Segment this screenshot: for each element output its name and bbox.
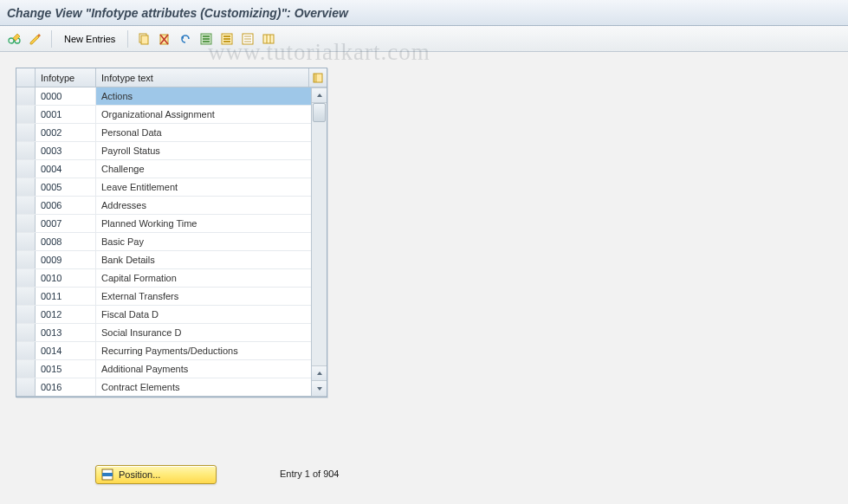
- cell-infotype-code[interactable]: 0001: [36, 106, 96, 123]
- table-row[interactable]: 0016Contract Elements: [16, 378, 311, 397]
- undo-change-button[interactable]: [176, 29, 195, 48]
- copy-as-button[interactable]: [134, 29, 153, 48]
- cell-infotype-code[interactable]: 0010: [36, 269, 96, 287]
- cell-infotype-text[interactable]: Social Insurance D: [96, 324, 311, 341]
- cell-infotype-text[interactable]: Leave Entitlement: [96, 178, 311, 196]
- table-row[interactable]: 0014Recurring Payments/Deductions: [16, 342, 311, 360]
- table-row[interactable]: 0004Challenge: [16, 160, 311, 178]
- cell-infotype-text[interactable]: External Transfers: [96, 288, 311, 305]
- other-view-button[interactable]: [26, 29, 45, 48]
- scroll-up-button[interactable]: [312, 87, 327, 103]
- position-icon: [101, 468, 113, 481]
- table-row[interactable]: 0013Social Insurance D: [16, 324, 311, 342]
- scroll-thumb[interactable]: [313, 103, 326, 122]
- row-selector[interactable]: [16, 160, 36, 178]
- position-button[interactable]: Position...: [95, 465, 217, 484]
- entry-count-text: Entry 1 of 904: [280, 468, 340, 479]
- cell-infotype-text[interactable]: Contract Elements: [96, 378, 311, 396]
- table-row[interactable]: 0007Planned Working Time: [16, 215, 311, 233]
- cell-infotype-text[interactable]: Planned Working Time: [96, 215, 311, 232]
- row-selector[interactable]: [16, 178, 36, 196]
- table-row[interactable]: 0010Capital Formation: [16, 269, 311, 288]
- cell-infotype-text[interactable]: Bank Details: [96, 251, 311, 268]
- table-row[interactable]: 0008Basic Pay: [16, 233, 311, 251]
- cell-infotype-code[interactable]: 0015: [36, 360, 96, 378]
- cell-infotype-code[interactable]: 0012: [36, 306, 96, 323]
- cell-infotype-code[interactable]: 0000: [36, 87, 96, 105]
- cell-infotype-code[interactable]: 0011: [36, 288, 96, 305]
- row-selector[interactable]: [16, 124, 36, 141]
- cell-infotype-code[interactable]: 0006: [36, 197, 96, 214]
- cell-infotype-text[interactable]: Payroll Status: [96, 142, 311, 159]
- cell-infotype-text[interactable]: Actions: [96, 87, 311, 105]
- cell-infotype-text[interactable]: Personal Data: [96, 124, 311, 141]
- toggle-display-change-button[interactable]: [5, 29, 24, 48]
- cell-infotype-text[interactable]: Organizational Assignment: [96, 106, 311, 123]
- row-selector[interactable]: [16, 288, 36, 305]
- chevron-up-icon: [316, 92, 323, 99]
- row-selector[interactable]: [16, 142, 36, 159]
- svg-rect-14: [223, 41, 230, 42]
- cell-infotype-code[interactable]: 0007: [36, 215, 96, 232]
- delete-button[interactable]: [155, 29, 174, 48]
- row-selector[interactable]: [16, 87, 36, 105]
- cell-infotype-code[interactable]: 0014: [36, 342, 96, 359]
- cell-infotype-code[interactable]: 0005: [36, 178, 96, 196]
- deselect-all-button[interactable]: [238, 29, 257, 48]
- row-selector[interactable]: [16, 251, 36, 268]
- table-row[interactable]: 0012Fiscal Data D: [16, 306, 311, 324]
- select-all-button[interactable]: [197, 29, 216, 48]
- scroll-down-button[interactable]: [312, 381, 327, 397]
- select-block-button[interactable]: [217, 29, 236, 48]
- cell-infotype-text[interactable]: Additional Payments: [96, 360, 311, 378]
- table-header-text[interactable]: Infotype text: [96, 68, 309, 87]
- table-row[interactable]: 0009Bank Details: [16, 251, 311, 269]
- cell-infotype-code[interactable]: 0008: [36, 233, 96, 250]
- chevron-down-icon: [316, 385, 323, 392]
- svg-rect-10: [203, 41, 210, 42]
- print-button[interactable]: [259, 29, 278, 48]
- row-selector[interactable]: [16, 197, 36, 214]
- cell-infotype-code[interactable]: 0016: [36, 378, 96, 396]
- row-selector[interactable]: [16, 306, 36, 323]
- table-row[interactable]: 0001Organizational Assignment: [16, 106, 311, 124]
- row-selector[interactable]: [16, 106, 36, 123]
- row-selector[interactable]: [16, 215, 36, 232]
- table-row[interactable]: 0003Payroll Status: [16, 142, 311, 160]
- cell-infotype-text[interactable]: Challenge: [96, 160, 311, 178]
- cell-infotype-text[interactable]: Basic Pay: [96, 233, 311, 250]
- cell-infotype-code[interactable]: 0004: [36, 160, 96, 178]
- cell-infotype-text[interactable]: Fiscal Data D: [96, 306, 311, 323]
- row-selector[interactable]: [16, 342, 36, 359]
- position-button-label: Position...: [119, 469, 160, 480]
- cell-infotype-text[interactable]: Addresses: [96, 197, 311, 214]
- table-header-select-all[interactable]: [16, 68, 36, 87]
- row-selector[interactable]: [16, 233, 36, 250]
- table-row[interactable]: 0002Personal Data: [16, 124, 311, 142]
- infotype-table: Infotype Infotype text 0000Actions0001Or…: [16, 68, 327, 397]
- row-selector[interactable]: [16, 360, 36, 378]
- cell-infotype-code[interactable]: 0013: [36, 324, 96, 341]
- content-area: Infotype Infotype text 0000Actions0001Or…: [0, 52, 848, 397]
- row-selector[interactable]: [16, 269, 36, 287]
- table-row[interactable]: 0000Actions: [16, 87, 311, 106]
- cell-infotype-text[interactable]: Capital Formation: [96, 269, 311, 287]
- table-row[interactable]: 0006Addresses: [16, 197, 311, 215]
- row-selector[interactable]: [16, 324, 36, 341]
- table-config-button[interactable]: [309, 68, 327, 87]
- table-row[interactable]: 0011External Transfers: [16, 288, 311, 306]
- copy-icon: [137, 32, 151, 46]
- cell-infotype-code[interactable]: 0009: [36, 251, 96, 268]
- scroll-track[interactable]: [312, 103, 327, 365]
- table-row[interactable]: 0015Additional Payments: [16, 360, 311, 378]
- cell-infotype-code[interactable]: 0003: [36, 142, 96, 159]
- new-entries-button[interactable]: New Entries: [58, 29, 121, 48]
- scroll-down-small-button[interactable]: [312, 365, 327, 381]
- cell-infotype-code[interactable]: 0002: [36, 124, 96, 141]
- row-selector[interactable]: [16, 378, 36, 396]
- table-row[interactable]: 0005Leave Entitlement: [16, 178, 311, 197]
- table-header-code[interactable]: Infotype: [36, 68, 96, 87]
- vertical-scrollbar[interactable]: [311, 87, 327, 397]
- svg-rect-3: [141, 36, 148, 44]
- cell-infotype-text[interactable]: Recurring Payments/Deductions: [96, 342, 311, 359]
